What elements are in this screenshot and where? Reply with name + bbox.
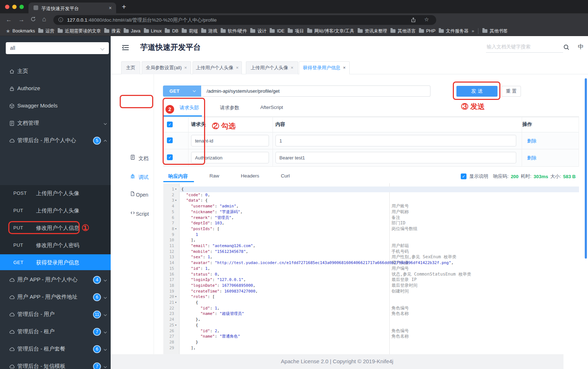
request-url-input[interactable] bbox=[201, 85, 430, 97]
fold-caret-icon[interactable]: ▾ bbox=[175, 226, 177, 232]
doc-tab-获得登录用户信息[interactable]: 获得登录用户信息× bbox=[299, 61, 350, 74]
bookmark-folder-item[interactable]: 前端 bbox=[182, 28, 198, 34]
url-bar[interactable]: i 127.0.0.1:48080/doc.html#/all/管理后台%20-… bbox=[53, 15, 436, 25]
delete-link[interactable]: 删除 bbox=[527, 155, 536, 161]
site-info-icon[interactable]: i bbox=[58, 17, 63, 22]
debug-menu-item-Script[interactable]: Script bbox=[111, 209, 154, 220]
bookmark-folder-item[interactable]: DB bbox=[165, 28, 178, 34]
fold-caret-icon[interactable]: ▾ bbox=[175, 294, 177, 300]
sidebar-item-label: Swagger Models bbox=[17, 102, 58, 109]
sidebar-group-item[interactable]: 管理后台 - 短信模板7 bbox=[0, 358, 111, 369]
doc-tab-全局参数设置(all)[interactable]: 全局参数设置(all)× bbox=[142, 61, 191, 74]
bookmark-folder-item[interactable]: 项目 bbox=[288, 28, 304, 34]
response-tab-Raw[interactable]: Raw bbox=[209, 173, 219, 180]
bookmarks-overflow-chevron[interactable]: » bbox=[472, 28, 474, 34]
close-tab-icon[interactable]: × bbox=[184, 65, 187, 70]
line-number: 11 bbox=[163, 243, 174, 249]
close-window-button[interactable] bbox=[5, 5, 9, 9]
api-group-select[interactable]: all bbox=[6, 42, 109, 54]
fold-caret-icon[interactable]: ▾ bbox=[175, 300, 177, 306]
code-text: 1 bbox=[181, 232, 198, 238]
browser-tab[interactable]: 芋道快速开发平台 × bbox=[28, 3, 116, 13]
bookmark-folder-item[interactable]: 网站/博客/文章/工具 bbox=[307, 28, 354, 34]
other-bookmarks-item[interactable]: 其他书签 bbox=[482, 28, 508, 34]
sidebar-operation-上传用户个人头像[interactable]: PUT上传用户个人头像 bbox=[0, 202, 111, 220]
debug-menu-item-Open[interactable]: Open bbox=[111, 190, 154, 201]
bookmark-star-icon[interactable]: ☆ bbox=[424, 16, 429, 23]
sidebar-item-Swagger Models[interactable]: Swagger Models bbox=[0, 97, 111, 115]
back-icon[interactable]: ← bbox=[6, 16, 12, 24]
close-tab-icon[interactable]: × bbox=[109, 5, 112, 11]
bookmark-folder-item[interactable]: 软件/硬件 bbox=[221, 28, 247, 34]
menu-fold-icon[interactable] bbox=[121, 44, 129, 51]
api-group-select-value: all bbox=[10, 45, 15, 51]
header-value-input[interactable] bbox=[275, 135, 516, 146]
home-icon[interactable]: ⌂ bbox=[42, 15, 46, 23]
forward-icon[interactable]: → bbox=[18, 16, 25, 24]
doc-search-input[interactable] bbox=[486, 43, 547, 49]
reset-button[interactable]: 重 置 bbox=[501, 86, 521, 97]
folder-icon bbox=[182, 29, 187, 33]
close-tab-icon[interactable]: × bbox=[343, 65, 346, 70]
fold-caret-icon[interactable]: ▾ bbox=[175, 322, 177, 328]
sidebar-group-item[interactable]: 管理后台 - 租户套餐6 bbox=[0, 341, 111, 358]
zoom-window-button[interactable] bbox=[19, 5, 24, 9]
bookmark-folder-item[interactable]: 近期需要读的文章 bbox=[58, 28, 101, 34]
close-tab-icon[interactable]: × bbox=[236, 65, 239, 70]
sidebar-group-item[interactable]: 管理后台 - 租户7 bbox=[0, 323, 111, 341]
reload-icon[interactable] bbox=[30, 16, 36, 22]
new-tab-button[interactable]: + bbox=[122, 3, 126, 10]
request-tab-AfterScript[interactable]: AfterScript bbox=[260, 105, 283, 111]
line-number: 13 bbox=[163, 254, 174, 260]
sidebar-operation-获得登录用户信息[interactable]: GET获得登录用户信息 bbox=[0, 254, 111, 270]
sidebar-item-label: 文档管理 bbox=[17, 120, 39, 127]
sidebar-item-管理后台 - 用户个人中心[interactable]: 管理后台 - 用户个人中心5 bbox=[0, 132, 111, 149]
bookmark-folder-item[interactable]: PHP bbox=[419, 28, 436, 34]
doc-tab-上传用户个人头像[interactable]: 上传用户个人头像× bbox=[193, 61, 242, 74]
search-icon[interactable] bbox=[563, 44, 570, 50]
header-value-input[interactable] bbox=[275, 152, 516, 163]
bookmark-folder-item[interactable]: 资讯未整理 bbox=[358, 28, 388, 34]
bookmark-folder-item[interactable]: 搜索 bbox=[104, 28, 120, 34]
response-tab-Headers[interactable]: Headers bbox=[241, 173, 259, 180]
http-method-select[interactable]: GET bbox=[163, 85, 201, 97]
doc-tab-label: 上传用户个人头像 bbox=[196, 65, 233, 70]
response-tab-响应内容[interactable]: 响应内容 bbox=[168, 173, 188, 180]
sidebar-item-Authorize[interactable]: Authorize bbox=[0, 80, 111, 97]
bookmark-folder-item[interactable]: Java bbox=[124, 28, 140, 34]
bookmark-folder-item[interactable]: 文件服务器 bbox=[439, 28, 469, 34]
doc-tab-主页[interactable]: 主页 bbox=[121, 61, 140, 74]
folder-icon bbox=[358, 29, 363, 33]
fold-caret-icon[interactable]: ▾ bbox=[175, 186, 177, 192]
language-toggle[interactable]: 中 bbox=[578, 43, 584, 51]
sidebar-item-文档管理[interactable]: 文档管理 bbox=[0, 115, 111, 132]
response-tab-Curl[interactable]: Curl bbox=[281, 173, 290, 180]
sidebar-item-主页[interactable]: 主页 bbox=[0, 63, 111, 80]
debug-menu-item-调试[interactable]: 调试 bbox=[111, 172, 154, 183]
bookmark-folder-item[interactable]: Linux bbox=[144, 28, 162, 34]
bookmark-folder-item[interactable]: IDE bbox=[270, 28, 284, 34]
debug-menu-item-文档[interactable]: 文档 bbox=[111, 153, 154, 164]
minimize-window-button[interactable] bbox=[12, 5, 17, 9]
request-tab-请求参数[interactable]: 请求参数 bbox=[220, 105, 239, 111]
bookmarks-root-item[interactable]: ★Bookmarks bbox=[6, 28, 35, 34]
sidebar-group-item[interactable]: 用户 APP - 用户个人中心4 bbox=[0, 271, 111, 289]
page-scrollbar[interactable] bbox=[585, 78, 587, 259]
show-description-checkbox[interactable]: ✓ bbox=[461, 173, 467, 179]
sidebar-group-item[interactable]: 管理后台 - 用户11 bbox=[0, 306, 111, 323]
bookmark-folder-item[interactable]: 游戏 bbox=[201, 28, 217, 34]
bookmark-folder-item[interactable]: 运营 bbox=[38, 28, 54, 34]
fold-caret-icon[interactable]: ▾ bbox=[175, 198, 177, 203]
bookmark-folder-item[interactable]: 其他语言 bbox=[390, 28, 416, 34]
bookmark-folder-item[interactable]: 设计 bbox=[250, 28, 266, 34]
close-tab-icon[interactable]: × bbox=[291, 65, 293, 70]
doc-search-field[interactable] bbox=[486, 43, 563, 53]
field-description: 用户账号 bbox=[392, 203, 409, 209]
home-icon bbox=[9, 69, 15, 74]
doc-tab-上传用户个人头像[interactable]: 上传用户个人头像× bbox=[246, 61, 298, 74]
delete-link[interactable]: 删除 bbox=[527, 138, 536, 144]
share-icon[interactable] bbox=[411, 17, 416, 23]
sidebar-operation-修改用户个人密码[interactable]: PUT修改用户个人密码 bbox=[0, 237, 111, 254]
sidebar-group-item[interactable]: 用户 APP - 用户收件地址6 bbox=[0, 289, 111, 306]
sidebar-operation-上传用户个人头像[interactable]: POST上传用户个人头像 bbox=[0, 185, 111, 202]
